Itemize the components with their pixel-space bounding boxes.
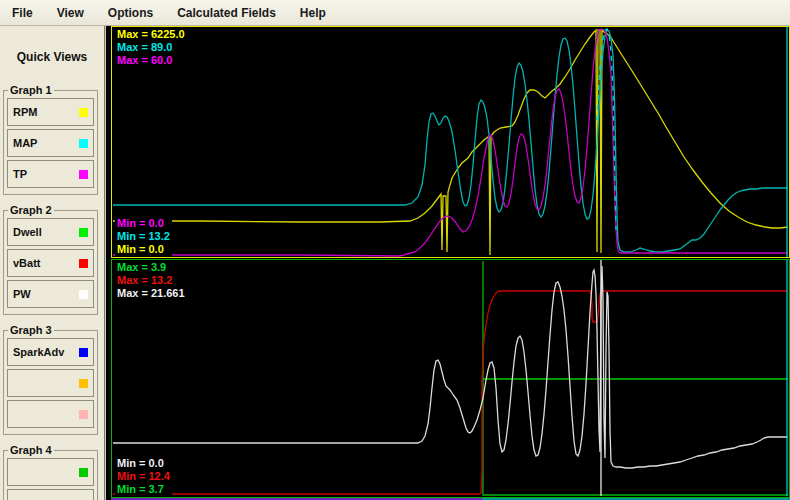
button-label: Dwell bbox=[13, 226, 42, 238]
dwell-color-swatch bbox=[79, 228, 88, 237]
graph-1-trace-tp bbox=[113, 29, 788, 256]
quickview-button-vbatt[interactable]: vBatt bbox=[7, 249, 94, 277]
quickview-button-empty-3[interactable] bbox=[7, 458, 94, 486]
graph-2-pane[interactable]: Max = 3.9Max = 13.2Max = 21.661Min = 0.0… bbox=[111, 259, 790, 498]
quickview-button-pw[interactable]: PW bbox=[7, 280, 94, 308]
group-graph-1: Graph 1 RPM MAP TP bbox=[3, 84, 98, 195]
button-label: SparkAdv bbox=[13, 346, 64, 358]
quickview-button-empty-1[interactable] bbox=[7, 369, 94, 397]
graph-1-trace-rpm bbox=[113, 30, 788, 255]
graph-1-min-labels-2: Min = 0.0 bbox=[117, 243, 170, 256]
quickview-button-map[interactable]: MAP bbox=[7, 129, 94, 157]
quickview-button-tp[interactable]: TP bbox=[7, 160, 94, 188]
graph-1-pane[interactable]: Max = 6225.0Max = 89.0Max = 60.0Min = 0.… bbox=[111, 26, 790, 258]
graph-2-max-labels-2: Max = 21.661 bbox=[117, 287, 185, 300]
graph-1-max-labels-1: Max = 89.0 bbox=[117, 41, 185, 54]
graph-2-max-labels-0: Max = 3.9 bbox=[117, 261, 185, 274]
quickview-button-empty-4[interactable] bbox=[7, 489, 94, 500]
graph-1-trace-map bbox=[113, 30, 788, 252]
button-label: vBatt bbox=[13, 257, 41, 269]
quickview-button-rpm[interactable]: RPM bbox=[7, 98, 94, 126]
group-graph-3-label: Graph 3 bbox=[8, 324, 54, 336]
graph-2-trace-vbatt bbox=[113, 291, 788, 494]
group-graph-2: Graph 2 Dwell vBatt PW bbox=[3, 204, 98, 315]
group-graph-4: Graph 4 bbox=[3, 444, 98, 500]
quick-views-title: Quick Views bbox=[0, 50, 104, 64]
graph-2-bottom-labels: Min = 0.0Min = 12.4Min = 3.7 bbox=[115, 457, 172, 496]
button-label: RPM bbox=[13, 106, 37, 118]
graph-2-min-labels-2: Min = 3.7 bbox=[117, 483, 170, 496]
graph-2-min-labels-1: Min = 12.4 bbox=[117, 470, 170, 483]
graph-1-min-labels-1: Min = 13.2 bbox=[117, 230, 170, 243]
button-label: PW bbox=[13, 288, 31, 300]
graph-1-top-labels: Max = 6225.0Max = 89.0Max = 60.0 bbox=[115, 28, 187, 67]
graph-1-bottom-labels: Min = 0.0Min = 13.2Min = 0.0 bbox=[115, 217, 172, 256]
graph-2-plot bbox=[112, 260, 789, 497]
vbatt-color-swatch bbox=[79, 259, 88, 268]
menu-file[interactable]: File bbox=[0, 2, 45, 24]
graph-1-max-labels-0: Max = 6225.0 bbox=[117, 28, 185, 41]
graph-1-min-labels-0: Min = 0.0 bbox=[117, 217, 170, 230]
group-graph-4-label: Graph 4 bbox=[8, 444, 54, 456]
menu-view[interactable]: View bbox=[45, 2, 96, 24]
group-graph-1-label: Graph 1 bbox=[8, 84, 54, 96]
group-graph-3: Graph 3 SparkAdv bbox=[3, 324, 98, 435]
quickview-button-dwell[interactable]: Dwell bbox=[7, 218, 94, 246]
graph-2-trace-dwell bbox=[483, 261, 788, 495]
graph-1-plot bbox=[112, 27, 789, 257]
menu-options[interactable]: Options bbox=[96, 2, 165, 24]
graph-1-max-labels-2: Max = 60.0 bbox=[117, 54, 185, 67]
menu-help[interactable]: Help bbox=[288, 2, 338, 24]
button-label: TP bbox=[13, 168, 27, 180]
menu-calculated-fields[interactable]: Calculated Fields bbox=[165, 2, 288, 24]
quick-views-sidebar: Quick Views Graph 1 RPM MAP TP Graph 2 D… bbox=[0, 26, 106, 500]
graph-2-top-labels: Max = 3.9Max = 13.2Max = 21.661 bbox=[115, 261, 187, 300]
quickview-button-sparkadv[interactable]: SparkAdv bbox=[7, 338, 94, 366]
green-color-swatch bbox=[79, 468, 88, 477]
sparkadv-color-swatch bbox=[79, 348, 88, 357]
button-label: MAP bbox=[13, 137, 37, 149]
menu-bar: File View Options Calculated Fields Help bbox=[0, 0, 790, 26]
pw-color-swatch bbox=[79, 290, 88, 299]
map-color-swatch bbox=[79, 139, 88, 148]
pink-color-swatch bbox=[79, 410, 88, 419]
orange-color-swatch bbox=[79, 379, 88, 388]
graph-2-max-labels-1: Max = 13.2 bbox=[117, 274, 185, 287]
graph-2-min-labels-0: Min = 0.0 bbox=[117, 457, 170, 470]
tp-color-swatch bbox=[79, 170, 88, 179]
rpm-color-swatch bbox=[79, 108, 88, 117]
group-graph-2-label: Graph 2 bbox=[8, 204, 54, 216]
quickview-button-empty-2[interactable] bbox=[7, 400, 94, 428]
graph-2-trace-pw bbox=[113, 266, 788, 468]
